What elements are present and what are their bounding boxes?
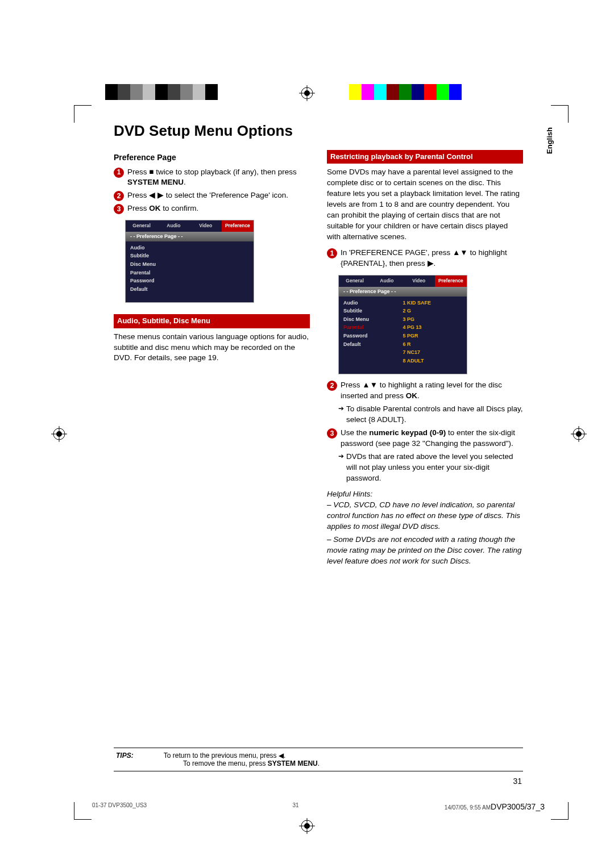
footer-left: 01-37 DVP3500_US3 (92, 802, 147, 811)
crop-mark (551, 802, 569, 820)
registration-mark (51, 426, 67, 442)
registration-mark (299, 818, 315, 834)
hint-2: – Some DVDs are not encoded with a ratin… (327, 535, 523, 567)
menu-item: Audio (130, 244, 249, 252)
step-3-note: DVDs that are rated above the level you … (338, 452, 523, 484)
step-badge-1: 1 (114, 168, 124, 178)
rating-value: 7 NC17 (403, 348, 463, 357)
page-number: 31 (513, 777, 522, 786)
footer-center: 31 (292, 802, 298, 811)
right-step-2: Press ▲▼ to highlight a rating level for… (341, 380, 523, 402)
menu-item: Disc Menu (343, 315, 403, 324)
language-tab: English (545, 127, 554, 154)
color-bar-right (349, 84, 462, 100)
rating-value: 6 R (403, 340, 463, 349)
right-step-3: Use the numeric keypad (0-9) to enter th… (341, 428, 523, 449)
step-2-text: Press ◀ ▶ to select the 'Preference Page… (127, 190, 310, 201)
menu-item: Parental (130, 269, 249, 277)
registration-mark (571, 426, 587, 442)
menu-tab-audio: Audio (371, 276, 403, 287)
parental-control-banner: Restricting playback by Parental Control (327, 150, 523, 164)
rating-value: 2 G (403, 307, 463, 315)
menu-item: Subtitle (343, 307, 403, 315)
leftright-icon: ◀ ▶ (149, 191, 164, 199)
menu-header: - - Preference Page - - (126, 232, 254, 241)
right-column: Restricting playback by Parental Control… (327, 150, 523, 567)
menu-item: Subtitle (130, 252, 249, 260)
rating-value: 4 PG 13 (403, 323, 463, 332)
crop-mark (74, 105, 92, 123)
step-badge-3: 3 (327, 428, 337, 439)
tips-line-2: To remove the menu, press SYSTEM MENU. (183, 760, 320, 767)
menu-tab-video: Video (190, 220, 222, 232)
menu-tab-preference: Preference (222, 220, 254, 232)
parental-intro-paragraph: Some DVDs may have a parental level assi… (327, 167, 523, 242)
preference-menu-screenshot-2: General Audio Video Preference - - Prefe… (338, 275, 467, 374)
left-icon: ◀ (279, 752, 284, 760)
color-bar-left (105, 84, 230, 100)
tips-bar: TIPS: To return to the previous menu, pr… (114, 748, 523, 771)
page-title: DVD Setup Menu Options (114, 122, 523, 140)
rating-value: 5 PGR (403, 332, 463, 340)
rating-value: 3 PG (403, 315, 463, 324)
helpful-hints-label: Helpful Hints: (327, 489, 523, 500)
updown-icon: ▲▼ (453, 248, 468, 257)
footer: 01-37 DVP3500_US3 31 14/07/05, 9:55 AMDV… (92, 802, 545, 811)
menu-item-parental: Parental (343, 323, 403, 332)
menu-tab-preference: Preference (435, 276, 467, 287)
step-2-note: To disable Parental controls and have al… (338, 404, 523, 425)
menu-item: Audio (343, 299, 403, 307)
step-badge-2: 2 (327, 381, 337, 391)
audio-subtitle-paragraph: These menus contain various language opt… (114, 332, 310, 364)
hint-1: – VCD, SVCD, CD have no level indication… (327, 500, 523, 532)
preference-menu-screenshot-1: General Audio Video Preference - - Prefe… (125, 220, 254, 303)
step-3-text: Press OK to confirm. (127, 203, 310, 214)
menu-tab-video: Video (403, 276, 435, 287)
rating-value: 1 KID SAFE (403, 299, 463, 307)
updown-icon: ▲▼ (362, 381, 377, 389)
preference-page-heading: Preference Page (114, 152, 310, 164)
crop-mark (551, 105, 569, 123)
menu-header: - - Preference Page - - (339, 287, 467, 297)
footer-right: 14/07/05, 9:55 AMDVP3005/37_3 (445, 802, 545, 811)
right-step-1: In 'PREFERENCE PAGE', press ▲▼ to highli… (341, 248, 523, 269)
menu-item: Password (130, 277, 249, 285)
menu-item: Default (130, 285, 249, 294)
menu-tab-general: General (126, 220, 157, 232)
tips-line-1: To return to the previous menu, press ◀. (164, 752, 285, 760)
registration-mark (299, 85, 315, 101)
tips-label: TIPS: (116, 752, 134, 760)
right-icon: ▶ (428, 259, 434, 268)
step-badge-2: 2 (114, 191, 124, 201)
step-badge-3: 3 (114, 204, 124, 214)
menu-item: Password (343, 332, 403, 340)
menu-tab-audio: Audio (157, 220, 189, 232)
step-1-text: Press ■ twice to stop playback (if any),… (127, 167, 310, 189)
menu-tab-general: General (339, 276, 371, 287)
menu-item: Default (343, 340, 403, 349)
rating-value: 8 ADULT (403, 357, 463, 365)
menu-item: Disc Menu (130, 260, 249, 269)
audio-subtitle-banner: Audio, Subtitle, Disc Menu (114, 314, 310, 328)
step-badge-1: 1 (327, 248, 337, 258)
crop-mark (74, 802, 92, 820)
left-column: Preference Page 1 Press ■ twice to stop … (114, 150, 310, 567)
